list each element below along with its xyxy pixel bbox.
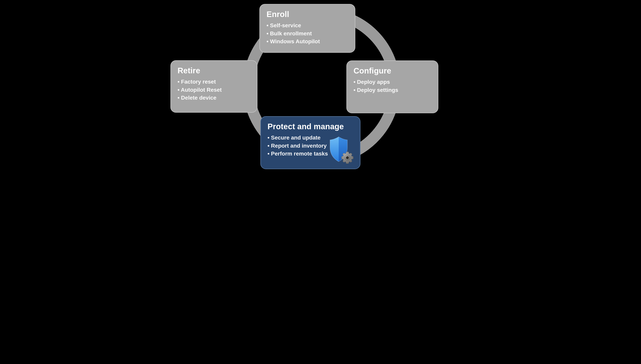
phase-card-enroll: Enroll Self-service Bulk enrollment Wind…: [259, 4, 355, 53]
phase-title: Enroll: [267, 10, 348, 19]
phase-bullet: Report and inventory: [268, 142, 353, 150]
phase-bullets: Self-service Bulk enrollment Windows Aut…: [267, 22, 348, 46]
phase-title: Configure: [354, 66, 431, 75]
phase-bullets: Secure and update Report and inventory P…: [268, 134, 353, 158]
phase-title: Retire: [178, 66, 250, 75]
phase-bullet: Bulk enrollment: [267, 30, 348, 38]
phase-card-retire: Retire Factory reset Autopilot Reset Del…: [170, 60, 257, 113]
phase-title: Protect and manage: [268, 122, 353, 131]
phase-card-protect: Protect and manage Secure and update Rep…: [260, 116, 360, 169]
phase-bullets: Factory reset Autopilot Reset Delete dev…: [178, 78, 250, 102]
phase-bullets: Deploy apps Deploy settings: [354, 78, 431, 94]
phase-card-configure: Configure Deploy apps Deploy settings: [346, 60, 438, 113]
phase-bullet: Deploy apps: [354, 78, 431, 86]
phase-bullet: Autopilot Reset: [178, 86, 250, 94]
phase-bullet: Factory reset: [178, 78, 250, 86]
phase-bullet: Self-service: [267, 22, 348, 30]
phase-bullet: Delete device: [178, 94, 250, 102]
phase-bullet: Secure and update: [268, 134, 353, 142]
phase-bullet: Windows Autopilot: [267, 38, 348, 46]
phase-bullet: Perform remote tasks: [268, 150, 353, 158]
phase-bullet: Deploy settings: [354, 86, 431, 94]
lifecycle-diagram: Enroll Self-service Bulk enrollment Wind…: [168, 0, 473, 174]
